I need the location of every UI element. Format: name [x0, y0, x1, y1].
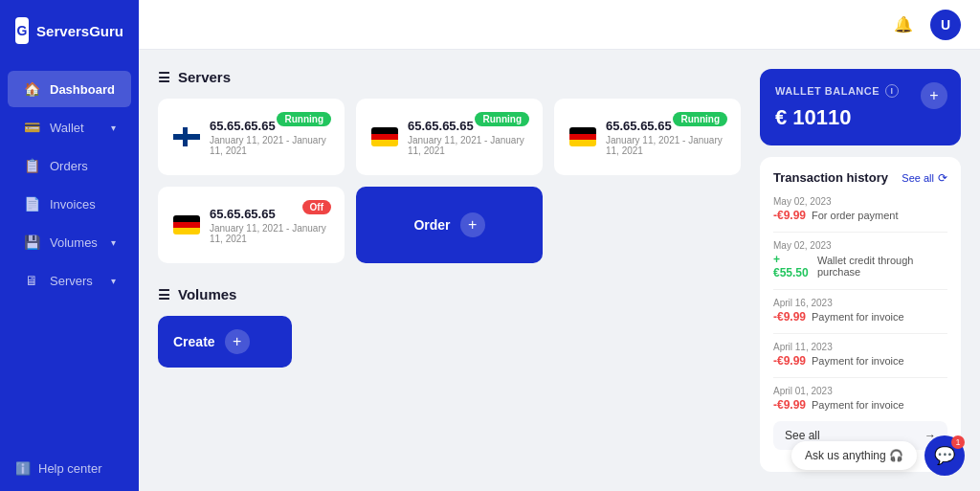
- sidebar-footer: ℹ️ Help center: [0, 446, 139, 491]
- volumes-section-header: ☰ Volumes: [158, 286, 741, 302]
- server-dates: January 11, 2021 - January 11, 2021: [210, 223, 329, 244]
- tx-amount: +€55.50: [773, 253, 812, 279]
- chat-button[interactable]: 💬 1: [924, 435, 965, 476]
- order-button-card[interactable]: Order +: [356, 187, 543, 263]
- status-badge: Off: [302, 200, 331, 214]
- sidebar-nav: 🏠 Dashboard 💳 Wallet ▾ 📋 Orders 📄 Invoic…: [0, 61, 139, 446]
- tx-desc: Payment for invoice: [812, 399, 904, 411]
- status-badge: Running: [475, 112, 529, 126]
- chat-label: Ask us anything 🎧: [805, 449, 903, 462]
- tx-divider: [773, 289, 947, 290]
- transaction-item-3: April 16, 2023 -€9.99 Payment for invoic…: [773, 298, 947, 324]
- volumes-icon: 💾: [23, 234, 40, 251]
- sidebar-item-invoices[interactable]: 📄 Invoices: [8, 186, 131, 222]
- info-icon: i: [885, 84, 899, 98]
- chat-badge: 1: [951, 435, 965, 449]
- tx-detail: +€55.50 Wallet credit through purchase: [773, 253, 947, 279]
- servers-section-title: Servers: [178, 69, 231, 85]
- sidebar-item-servers[interactable]: 🖥 Servers ▾: [8, 262, 131, 299]
- tx-desc: Wallet credit through purchase: [817, 255, 947, 278]
- transaction-item-4: April 11, 2023 -€9.99 Payment for invoic…: [773, 342, 947, 368]
- sidebar-logo: G ServersGuru: [0, 0, 139, 61]
- sidebar-item-label: Wallet: [50, 121, 84, 135]
- tx-divider: [773, 232, 947, 233]
- create-button-card[interactable]: Create +: [158, 316, 292, 368]
- server-card-2: 65.65.65.65 January 11, 2021 - January 1…: [356, 99, 543, 175]
- tx-date: April 11, 2023: [773, 342, 947, 352]
- chat-text: Ask us anything 🎧: [791, 441, 917, 470]
- help-label: Help center: [38, 461, 101, 476]
- chevron-down-icon: ▾: [111, 237, 116, 248]
- servers-section-icon: ☰: [158, 70, 170, 85]
- tx-date: May 02, 2023: [773, 196, 947, 207]
- transaction-item-2: May 02, 2023 +€55.50 Wallet credit throu…: [773, 240, 947, 279]
- notifications-button[interactable]: 🔔: [888, 10, 919, 40]
- tx-amount: -€9.99: [773, 398, 806, 412]
- volumes-section-icon: ☰: [158, 287, 170, 302]
- servers-section-header: ☰ Servers: [158, 69, 741, 85]
- sidebar-item-wallet[interactable]: 💳 Wallet ▾: [8, 109, 131, 145]
- sidebar-item-label: Invoices: [50, 197, 96, 212]
- volumes-section: ☰ Volumes Create +: [158, 286, 741, 368]
- main-area: 🔔 U ☰ Servers: [139, 0, 980, 491]
- status-badge: Running: [673, 112, 727, 126]
- sidebar-item-volumes[interactable]: 💾 Volumes ▾: [8, 224, 131, 260]
- transaction-header: Transaction history See all ⟳: [773, 170, 947, 185]
- tx-date: May 02, 2023: [773, 240, 947, 251]
- transaction-item-1: May 02, 2023 -€9.99 For order payment: [773, 196, 947, 222]
- tx-detail: -€9.99 Payment for invoice: [773, 354, 947, 368]
- sidebar-item-dashboard[interactable]: 🏠 Dashboard: [8, 71, 131, 107]
- tx-date: April 01, 2023: [773, 386, 947, 396]
- chat-bubble: Ask us anything 🎧 💬 1: [791, 435, 965, 476]
- sidebar-item-orders[interactable]: 📋 Orders: [8, 147, 131, 184]
- tx-amount: -€9.99: [773, 209, 806, 222]
- sidebar-item-label: Volumes: [50, 235, 98, 250]
- logo-icon: G: [15, 17, 29, 44]
- wallet-label: WALLET BALANCE: [775, 85, 880, 97]
- tx-amount: -€9.99: [773, 354, 806, 368]
- server-card-3: 65.65.65.65 January 11, 2021 - January 1…: [554, 99, 741, 175]
- logo-text: ServersGuru: [36, 23, 123, 39]
- transaction-card: Transaction history See all ⟳ May 02, 20…: [760, 157, 961, 472]
- see-all-top-button[interactable]: See all ⟳: [902, 171, 947, 185]
- tx-detail: -€9.99 For order payment: [773, 209, 947, 222]
- create-label: Create: [173, 334, 215, 349]
- transaction-title: Transaction history: [773, 170, 888, 185]
- wallet-add-button[interactable]: +: [921, 82, 947, 109]
- finland-flag: [173, 127, 200, 146]
- sidebar-item-label: Servers: [50, 274, 93, 288]
- see-all-top-label: See all: [902, 172, 934, 184]
- sidebar: G ServersGuru 🏠 Dashboard 💳 Wallet ▾ 📋 O…: [0, 0, 139, 491]
- right-panel: WALLET BALANCE i € 10110 + Transaction h…: [760, 69, 961, 472]
- order-plus-icon: +: [460, 212, 485, 237]
- transaction-item-5: April 01, 2023 -€9.99 Payment for invoic…: [773, 386, 947, 412]
- germany-flag: [173, 215, 200, 234]
- help-center-item[interactable]: ℹ️ Help center: [15, 461, 123, 476]
- status-badge: Running: [277, 112, 331, 126]
- wallet-icon: 💳: [23, 119, 40, 136]
- server-card-4: 65.65.65.65 January 11, 2021 - January 1…: [158, 187, 345, 263]
- tx-divider: [773, 333, 947, 334]
- chevron-down-icon: ▾: [111, 276, 116, 286]
- tx-amount: -€9.99: [773, 310, 806, 324]
- content-area: ☰ Servers 65.65.65.65 January 11, 20: [139, 50, 980, 491]
- main-panel: ☰ Servers 65.65.65.65 January 11, 20: [158, 69, 741, 472]
- server-dates: January 11, 2021 - January 11, 2021: [408, 135, 527, 156]
- see-all-arrow-icon: ⟳: [938, 171, 947, 185]
- server-dates: January 11, 2021 - January 11, 2021: [606, 135, 725, 156]
- tx-desc: Payment for invoice: [812, 311, 904, 323]
- user-avatar[interactable]: U: [930, 10, 961, 40]
- orders-icon: 📋: [23, 157, 40, 174]
- tx-detail: -€9.99 Payment for invoice: [773, 310, 947, 324]
- germany-flag: [371, 127, 398, 146]
- germany-flag: [569, 127, 596, 146]
- tx-divider: [773, 377, 947, 378]
- tx-detail: -€9.99 Payment for invoice: [773, 398, 947, 412]
- order-label: Order: [413, 217, 450, 233]
- tx-date: April 16, 2023: [773, 298, 947, 308]
- wallet-amount: € 10110: [775, 105, 946, 130]
- server-dates: January 11, 2021 - January 11, 2021: [210, 135, 329, 156]
- help-icon: ℹ️: [15, 461, 31, 476]
- volumes-section-title: Volumes: [178, 286, 236, 302]
- home-icon: 🏠: [23, 80, 40, 98]
